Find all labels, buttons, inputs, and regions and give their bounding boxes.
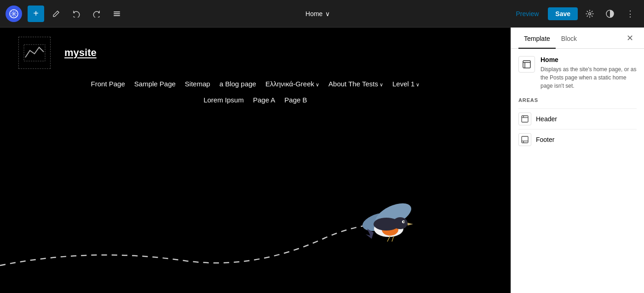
right-panel: Template Block ✕ Home Displays as the si… [511,28,644,293]
nav-item-front-page[interactable]: Front Page [91,78,125,90]
more-options-button[interactable]: ⋮ [622,6,638,22]
preview-button[interactable]: Preview [511,7,545,20]
svg-rect-25 [522,136,528,143]
svg-point-4 [589,12,591,15]
area-item-footer[interactable]: Footer [518,129,637,150]
home-title: Home [540,56,637,63]
nav-item-sample-page[interactable]: Sample Page [134,78,176,90]
svg-rect-6 [24,45,45,61]
panel-body: Home Displays as the site's home page, o… [511,49,644,293]
site-header: mysite [0,28,511,78]
svg-rect-19 [523,61,530,68]
svg-point-12 [393,217,408,229]
page-title-text: Home [305,10,322,17]
nav-item-sitemap[interactable]: Sitemap [185,78,210,90]
close-panel-button[interactable]: ✕ [623,28,637,48]
site-name[interactable]: mysite [64,47,97,59]
home-info: Home Displays as the site's home page, o… [540,56,637,90]
nav-item-about-tests[interactable]: About The Tests [328,78,383,90]
footer-area-icon [518,133,531,146]
nav-menu: Front Page Sample Page Sitemap a Blog pa… [0,78,511,94]
style-button[interactable] [602,6,618,22]
edit-button[interactable] [48,6,64,22]
chevron-down-icon: ∨ [325,10,330,17]
svg-rect-2 [114,13,120,14]
home-icon [518,56,535,73]
tab-template[interactable]: Template [518,28,556,49]
nav-item-level1[interactable]: Level 1 [392,78,420,90]
page-title-button[interactable]: Home ∨ [300,7,335,20]
more-icon: ⋮ [626,9,634,19]
footer-area-label: Footer [536,136,554,143]
svg-rect-22 [522,116,528,122]
tab-block[interactable]: Block [556,28,582,49]
redo-button[interactable] [88,6,105,22]
nav-menu-row2: Lorem Ipsum Page A Page B [0,94,511,110]
add-block-button[interactable]: + [28,6,44,22]
home-section: Home Displays as the site's home page, o… [518,56,637,90]
svg-rect-3 [114,15,120,16]
svg-rect-1 [114,11,120,12]
nav-item-lorem-ipsum[interactable]: Lorem Ipsum [203,94,244,106]
wp-logo[interactable] [6,6,22,22]
header-area-label: Header [536,115,557,123]
dashed-curve-svg [0,187,511,279]
tools-menu-button[interactable] [109,6,125,22]
toolbar: + Home ∨ Preview Save [0,0,644,28]
site-logo[interactable] [18,37,51,69]
main-layout: mysite Front Page Sample Page Sitemap a … [0,28,644,293]
areas-label: AREAS [518,97,637,103]
svg-line-18 [392,236,394,242]
settings-button[interactable] [581,6,598,22]
nav-item-page-b[interactable]: Page B [284,94,307,106]
canvas-content: mysite Front Page Sample Page Sitemap a … [0,28,511,293]
area-item-header[interactable]: Header [518,108,637,129]
header-area-icon [518,113,531,125]
nav-item-greek[interactable]: Ελληνικά-Greek [265,78,319,90]
toolbar-right: Preview Save ⋮ [511,6,639,22]
home-description: Displays as the site's home page, or as … [540,65,637,90]
canvas-bird-area [0,155,511,293]
undo-button[interactable] [68,6,85,22]
svg-marker-13 [408,223,413,225]
toolbar-center: Home ∨ [129,7,507,20]
nav-item-page-a[interactable]: Page A [253,94,275,106]
bird-svg [354,201,419,247]
panel-tabs: Template Block ✕ [511,28,644,49]
svg-point-15 [403,221,405,223]
canvas-area[interactable]: mysite Front Page Sample Page Sitemap a … [0,28,511,293]
nav-item-blog-page[interactable]: a Blog page [219,78,256,90]
save-button[interactable]: Save [548,7,578,20]
